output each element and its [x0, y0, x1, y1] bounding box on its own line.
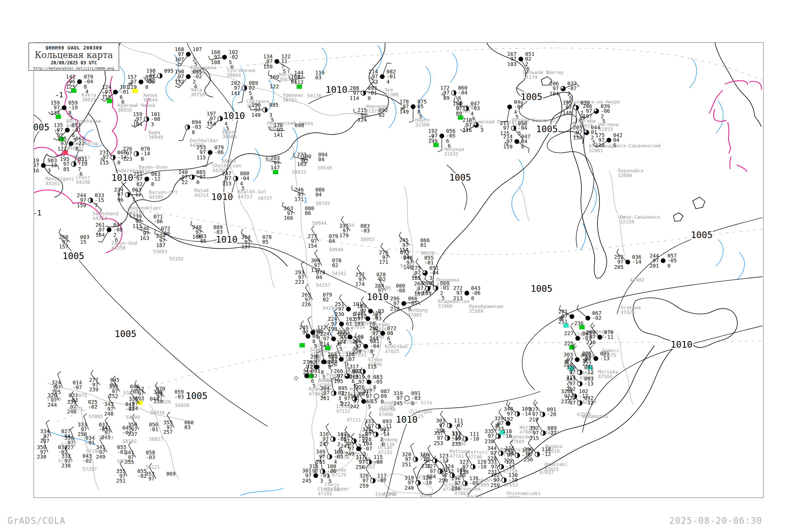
- weather-symbol: ∿: [369, 75, 374, 82]
- cloud-cover-circle: [380, 331, 385, 336]
- station-id-label: 57083: [89, 414, 103, 419]
- station-dewpoint: 96: [117, 197, 124, 203]
- cloud-cover-circle: [380, 74, 385, 79]
- station-id: 47741: [450, 453, 464, 459]
- station-cloud-amount: 8: [375, 314, 378, 320]
- wind-barb-feather: [528, 149, 529, 153]
- station-dewpoint: 154: [308, 243, 317, 249]
- station-id: 32098: [618, 173, 632, 178]
- station-id-label: 54186: [377, 285, 391, 290]
- status-square-red: [62, 151, 68, 155]
- station-plot: 24403397-151597Sainshand44354: [77, 192, 119, 221]
- weather-symbol: ▽: [67, 80, 71, 87]
- station-plot: 27204397-062130Преображение31989: [453, 285, 504, 314]
- coastline-path: [673, 213, 683, 221]
- station-dewpoint: 235: [452, 441, 461, 447]
- station-name-label: Senbong47003: [407, 307, 428, 318]
- station-id: 31174: [523, 74, 537, 80]
- station-dewpoint: 112: [294, 79, 304, 86]
- wind-barb-feather: [533, 400, 535, 403]
- station-cloud-amount: 0: [151, 181, 154, 187]
- map-canvas: 14107996-0412584▽Кяхта3092512410197-0111…: [0, 0, 798, 532]
- wind-barb-feather: [308, 316, 311, 319]
- wind-barb-feather: [428, 445, 431, 448]
- station-temp: 169: [270, 74, 279, 80]
- cloud-cover-half: [454, 91, 456, 95]
- station-plot: 14107996-0412584▽Кяхта30925: [66, 74, 96, 102]
- cloud-cover-circle: [570, 314, 574, 319]
- cloud-cover-half: [435, 458, 437, 463]
- station-id: 30664: [227, 72, 241, 78]
- station-id-label: 54836: [175, 402, 189, 408]
- station-id: 30965: [222, 134, 237, 139]
- station-dewpoint: 104: [550, 91, 559, 97]
- cloud-cover-circle: [625, 260, 630, 264]
- front-line-path: [725, 81, 747, 85]
- station-dewpoint: 107: [175, 56, 184, 62]
- river-path: [591, 186, 596, 213]
- station-id: 47185: [318, 491, 332, 496]
- station-dewpoint: 213: [453, 295, 462, 301]
- station-dewpoint: 252: [109, 393, 118, 399]
- station-id-label: 58203: [117, 458, 131, 464]
- station-id: 47800: [375, 496, 390, 501]
- station-id-label: 50727: [258, 195, 272, 201]
- wind-barb-feather: [577, 84, 580, 87]
- station-tendency: -06: [153, 218, 163, 225]
- station-id: 32061: [589, 148, 603, 153]
- station-cloud-amount: 3: [48, 168, 51, 174]
- weather-symbol: ▽: [55, 129, 59, 135]
- station-plot: 3559725706003: [163, 412, 194, 435]
- cloud-cover-circle: [138, 79, 144, 84]
- station-id: 53083: [153, 249, 167, 254]
- station-id: 44298: [76, 179, 90, 185]
- wind-barb-feather: [345, 426, 347, 430]
- cloud-cover-circle: [348, 335, 353, 339]
- station-dewpoint: 240: [404, 485, 414, 491]
- cloud-cover-half: [543, 412, 545, 417]
- wind-barb-feather: [142, 195, 144, 199]
- cloud-cover-half: [128, 192, 130, 197]
- isobar-label: 1005: [520, 92, 543, 102]
- station-plot: 2609715700315: [59, 229, 90, 250]
- station-dewpoint: 259: [491, 482, 500, 488]
- station-dewpoint: 148: [563, 110, 572, 116]
- station-plot: 26103797-0816426△Zamyn-Uud44358: [95, 222, 137, 251]
- station-dewpoint: 159: [77, 203, 86, 209]
- station-tendency: -03: [174, 394, 184, 400]
- station-cloud-amount: 7: [95, 203, 98, 209]
- isobar-label: 1005: [691, 230, 712, 240]
- cloud-cover-half: [473, 464, 475, 469]
- station-plot: 3009713707802: [311, 250, 341, 273]
- station-id-label: 50949: [329, 247, 343, 252]
- station-dewpoint: 238: [61, 462, 71, 469]
- station-dewpoint: 163: [140, 235, 149, 241]
- isobar-path: [61, 239, 267, 426]
- cloud-cover-circle: [661, 258, 666, 263]
- station-id: 44313: [238, 194, 252, 199]
- station-id: 47898: [467, 498, 481, 504]
- cloud-cover-circle: [514, 139, 519, 144]
- render-timestamp: 2025-08-20-06:30: [669, 515, 762, 526]
- cloud-cover-circle: [366, 380, 371, 384]
- station-id: 31371: [365, 108, 380, 114]
- isobar-label: 1010: [223, 110, 245, 121]
- wind-barb-feather: [167, 412, 170, 415]
- coastline-path: [693, 197, 705, 209]
- station-name: Wakamatsu: [582, 413, 608, 419]
- wind-barb-feather: [301, 321, 304, 324]
- station-dewpoint: 222: [341, 401, 350, 407]
- station-dewpoint: 171: [294, 196, 304, 203]
- cloud-cover-circle: [222, 55, 227, 60]
- station-tendency: -22: [547, 430, 557, 436]
- river-path: [241, 488, 283, 495]
- station-plot: 2779715407904: [308, 226, 338, 249]
- station-tendency: 04: [329, 238, 335, 244]
- station-dewpoint: 141: [231, 90, 240, 96]
- station-tendency: -05: [197, 238, 206, 244]
- station-id-label: 54916: [150, 410, 165, 415]
- wind-barb-feather: [326, 423, 329, 427]
- wind-barb-feather: [409, 121, 413, 122]
- station-cloud-amount: 0: [192, 129, 195, 135]
- station-dewpoint: 157: [59, 244, 68, 250]
